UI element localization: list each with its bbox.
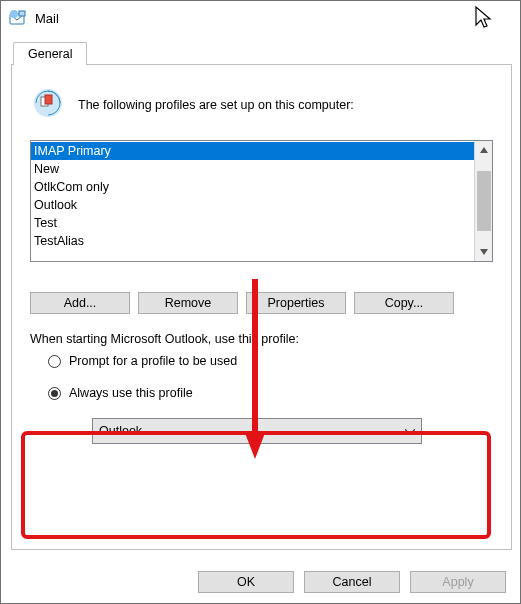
- apply-button[interactable]: Apply: [410, 571, 506, 593]
- tabstrip: General: [11, 41, 512, 64]
- scrollbar[interactable]: [474, 141, 492, 261]
- window-title: Mail: [35, 11, 59, 26]
- profiles-icon: [30, 85, 66, 124]
- cancel-button[interactable]: Cancel: [304, 571, 400, 593]
- startup-radio-group: Prompt for a profile to be used Always u…: [30, 354, 493, 444]
- startup-label: When starting Microsoft Outlook, use thi…: [30, 332, 493, 346]
- list-item[interactable]: New: [31, 160, 474, 178]
- svg-point-1: [10, 10, 18, 18]
- add-button[interactable]: Add...: [30, 292, 130, 314]
- profile-buttons: Add... Remove Properties Copy...: [30, 292, 493, 314]
- mail-icon: [9, 9, 27, 27]
- intro-row: The following profiles are set up on thi…: [30, 85, 493, 124]
- properties-button[interactable]: Properties: [246, 292, 346, 314]
- radio-on-icon: [48, 387, 61, 400]
- profile-select-value: Outlook: [99, 424, 142, 438]
- titlebar: Mail: [1, 1, 520, 35]
- scroll-up-icon[interactable]: [475, 141, 493, 159]
- svg-rect-5: [45, 95, 52, 104]
- radio-prompt-label: Prompt for a profile to be used: [69, 354, 237, 368]
- list-item[interactable]: IMAP Primary: [31, 142, 474, 160]
- chevron-down-icon: [405, 426, 415, 437]
- radio-always[interactable]: Always use this profile: [48, 386, 493, 400]
- svg-rect-2: [19, 11, 25, 16]
- tabpanel-general: The following profiles are set up on thi…: [11, 64, 512, 550]
- profile-select[interactable]: Outlook: [92, 418, 422, 444]
- list-item[interactable]: OtlkCom only: [31, 178, 474, 196]
- list-item[interactable]: Test: [31, 214, 474, 232]
- profiles-listbox[interactable]: IMAP Primary New OtlkCom only Outlook Te…: [30, 140, 493, 262]
- tab-general[interactable]: General: [13, 42, 87, 65]
- ok-button[interactable]: OK: [198, 571, 294, 593]
- remove-button[interactable]: Remove: [138, 292, 238, 314]
- mail-dialog: Mail General The following: [0, 0, 521, 604]
- scroll-down-icon[interactable]: [475, 243, 493, 261]
- list-item[interactable]: TestAlias: [31, 232, 474, 250]
- client-area: General The following profiles are set u…: [11, 41, 512, 553]
- list-item[interactable]: Outlook: [31, 196, 474, 214]
- radio-prompt[interactable]: Prompt for a profile to be used: [48, 354, 493, 368]
- copy-button[interactable]: Copy...: [354, 292, 454, 314]
- scroll-thumb[interactable]: [477, 171, 491, 231]
- profiles-list: IMAP Primary New OtlkCom only Outlook Te…: [31, 141, 474, 261]
- radio-always-label: Always use this profile: [69, 386, 193, 400]
- radio-off-icon: [48, 355, 61, 368]
- dialog-buttons: OK Cancel Apply: [198, 571, 506, 593]
- intro-text: The following profiles are set up on thi…: [78, 98, 354, 112]
